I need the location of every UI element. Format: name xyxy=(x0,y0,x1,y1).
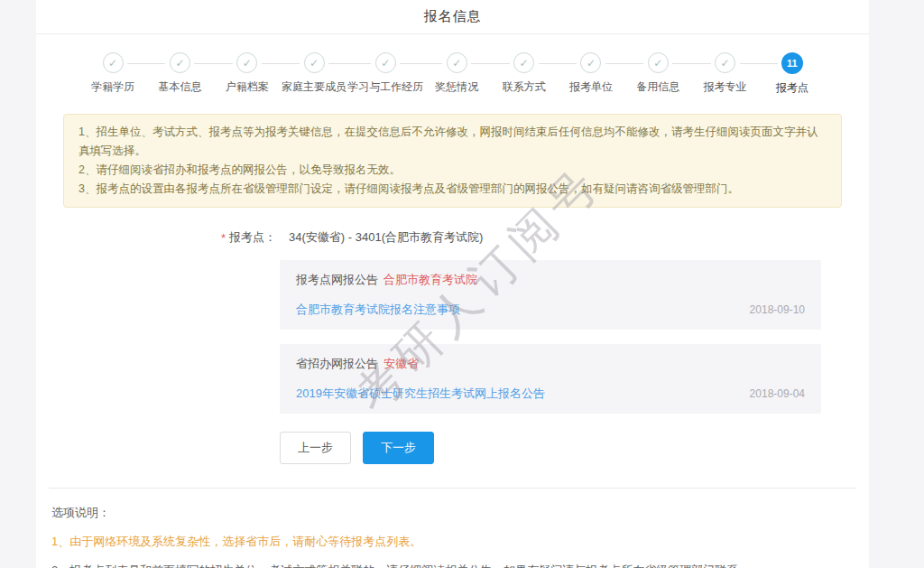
step-label: 报考点 xyxy=(776,80,808,96)
step-student-status[interactable]: ✓ 学籍学历 xyxy=(79,52,146,96)
announcement-org: 合肥市教育考试院 xyxy=(383,273,477,286)
announcement-date: 2018-09-10 xyxy=(750,303,805,316)
notice-line: 1、招生单位、考试方式、报考点等为报考关键信息，在提交信息后不允许修改，网报时间… xyxy=(79,123,827,161)
page-header: 报名信息 xyxy=(36,0,869,34)
options-item: 2、报考点列表是和前面填写的招生单位、考试方式等相关联的，请仔细阅读相关公告，如… xyxy=(51,563,851,568)
announcement-org: 安徽省 xyxy=(383,357,419,370)
registration-info-page: 报名信息 ✓ 学籍学历 ✓ 基本信息 ✓ 户籍档案 ✓ 家庭主要成员 ✓ 学习与… xyxy=(36,0,869,568)
required-asterisk: * xyxy=(221,231,226,245)
step-label: 备用信息 xyxy=(636,79,679,95)
check-icon: ✓ xyxy=(170,52,190,73)
options-explanation: 选项说明： 1、由于网络环境及系统复杂性，选择省市后，请耐心等待报考点列表。 2… xyxy=(36,489,869,568)
step-label: 联系方式 xyxy=(503,79,546,95)
announcement-link[interactable]: 合肥市教育考试院报名注意事项 xyxy=(296,302,460,318)
announcement-title: 报考点网报公告 xyxy=(296,273,378,286)
step-rewards[interactable]: ✓ 奖惩情况 xyxy=(423,52,490,96)
wizard-buttons: 上一步 下一步 xyxy=(280,432,869,464)
step-label: 报考单位 xyxy=(569,79,613,95)
check-icon: ✓ xyxy=(715,52,735,73)
step-label: 报考专业 xyxy=(704,79,747,95)
check-icon: ✓ xyxy=(103,52,124,73)
step-target-major[interactable]: ✓ 报考专业 xyxy=(691,52,758,96)
announcement-header: 省招办网报公告安徽省 xyxy=(296,356,805,372)
next-step-button[interactable]: 下一步 xyxy=(363,432,434,464)
left-gutter xyxy=(0,0,36,568)
check-icon: ✓ xyxy=(513,52,534,73)
step-target-unit[interactable]: ✓ 报考单位 xyxy=(558,52,624,96)
step-label: 家庭主要成员 xyxy=(282,79,346,95)
step-label: 学籍学历 xyxy=(91,79,134,95)
exam-site-field: * 报考点： 34(安徽省) - 3401(合肥市教育考试院) xyxy=(221,229,869,246)
right-gutter xyxy=(869,0,924,568)
options-item: 1、由于网络环境及系统复杂性，选择省市后，请耐心等待报考点列表。 xyxy=(51,534,851,550)
check-icon: ✓ xyxy=(580,52,601,73)
notice-line: 2、请仔细阅读省招办和报考点的网报公告，以免导致报名无效。 xyxy=(79,161,827,180)
announcement-link[interactable]: 2019年安徽省硕士研究生招生考试网上报名公告 xyxy=(296,386,545,402)
step-contact[interactable]: ✓ 联系方式 xyxy=(490,52,557,96)
step-family-members[interactable]: ✓ 家庭主要成员 xyxy=(281,52,347,96)
check-icon: ✓ xyxy=(447,52,467,73)
check-icon: ✓ xyxy=(304,52,325,73)
step-number-badge: 11 xyxy=(781,52,803,74)
notice-line: 3、报考点的设置由各报考点所在省级管理部门设定，请仔细阅读报考点及省级管理部门的… xyxy=(79,180,827,199)
announcement-title: 省招办网报公告 xyxy=(296,357,378,370)
check-icon: ✓ xyxy=(648,52,669,73)
options-heading: 选项说明： xyxy=(51,505,851,521)
check-icon: ✓ xyxy=(375,52,396,73)
step-exam-site-active[interactable]: 11 报考点 xyxy=(759,52,826,96)
exam-site-announcement-card: 报考点网报公告合肥市教育考试院 合肥市教育考试院报名注意事项 2018-09-1… xyxy=(280,260,821,330)
step-backup-info[interactable]: ✓ 备用信息 xyxy=(624,52,691,96)
step-label: 户籍档案 xyxy=(226,79,269,95)
step-household[interactable]: ✓ 户籍档案 xyxy=(214,52,281,96)
exam-site-label: 报考点： xyxy=(229,229,276,246)
announcement-date: 2018-09-04 xyxy=(750,387,805,400)
step-label: 基本信息 xyxy=(158,79,201,95)
notice-box: 1、招生单位、考试方式、报考点等为报考关键信息，在提交信息后不允许修改，网报时间… xyxy=(63,114,842,208)
step-label: 奖惩情况 xyxy=(435,79,478,95)
step-study-work[interactable]: ✓ 学习与工作经历 xyxy=(347,52,423,96)
provincial-announcement-card: 省招办网报公告安徽省 2019年安徽省硕士研究生招生考试网上报名公告 2018-… xyxy=(280,344,821,414)
announcement-header: 报考点网报公告合肥市教育考试院 xyxy=(296,272,805,288)
step-basic-info[interactable]: ✓ 基本信息 xyxy=(146,52,213,96)
wizard-stepper: ✓ 学籍学历 ✓ 基本信息 ✓ 户籍档案 ✓ 家庭主要成员 ✓ 学习与工作经历 … xyxy=(36,34,869,96)
exam-site-value: 34(安徽省) - 3401(合肥市教育考试院) xyxy=(289,229,483,246)
check-icon: ✓ xyxy=(236,52,257,73)
page-title: 报名信息 xyxy=(424,8,482,25)
previous-step-button[interactable]: 上一步 xyxy=(280,432,351,464)
step-label: 学习与工作经历 xyxy=(347,79,423,95)
